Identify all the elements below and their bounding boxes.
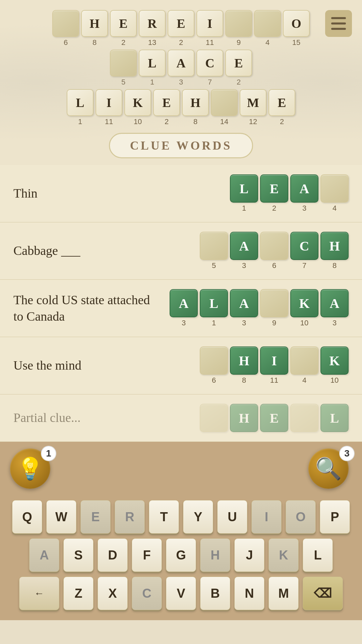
menu-button[interactable] — [325, 10, 352, 37]
answer-tile — [290, 346, 318, 375]
puzzle-tile: L — [139, 50, 166, 76]
tile-num: 3 — [242, 319, 246, 327]
clue-row-4: Use the mind 6 H 8 I 11 4 K 10 — [0, 337, 362, 394]
key-y[interactable]: Y — [183, 500, 213, 534]
clue-tile: A 3 — [230, 232, 258, 270]
key-i[interactable]: I — [251, 500, 282, 534]
clue-tile: 4 — [320, 174, 349, 213]
key-s[interactable]: S — [63, 538, 94, 572]
tile-num: 4 — [333, 204, 337, 213]
key-n[interactable]: N — [234, 577, 264, 610]
key-backspace[interactable]: ⌫ — [303, 577, 343, 610]
key-d[interactable]: D — [98, 538, 128, 572]
clue-tile: A 3 — [290, 174, 318, 213]
tile-num: 3 — [182, 319, 186, 327]
tile-num: 6 — [272, 261, 276, 270]
puzzle-tile: E — [110, 10, 137, 37]
puzzle-tile: H — [81, 10, 108, 37]
key-e[interactable]: E — [80, 500, 111, 534]
tile-container: M 12 — [240, 89, 266, 126]
clue-tile: 4 — [290, 346, 318, 385]
tile-container: C 7 — [196, 50, 223, 87]
puzzle-row-1: 6 H 8 E 2 R 13 E 2 I 11 9 4 — [7, 10, 355, 47]
key-v[interactable]: V — [166, 577, 196, 610]
reveal-powerup[interactable]: 🔍 3 — [308, 448, 352, 492]
tile-num: 7 — [302, 261, 306, 270]
tile-container: K 10 — [124, 89, 151, 126]
clue-tile: 9 — [260, 289, 288, 327]
key-m[interactable]: M — [268, 577, 299, 610]
key-j[interactable]: J — [234, 538, 264, 572]
key-w[interactable]: W — [46, 500, 76, 534]
puzzle-area: 6 H 8 E 2 R 13 E 2 I 11 9 4 — [0, 0, 362, 165]
tile-num: 15 — [292, 38, 300, 47]
clue-tiles-1: L 1 E 2 A 3 4 — [230, 174, 349, 213]
tile-num: 10 — [300, 319, 308, 327]
answer-tile — [320, 174, 349, 203]
tile-container: 9 — [225, 10, 252, 47]
key-x[interactable]: X — [98, 577, 128, 610]
tile-container: E 2 — [153, 89, 180, 126]
answer-tile: L — [320, 404, 349, 432]
clue-tile: K 10 — [290, 289, 318, 327]
tile-num: 1 — [150, 78, 154, 87]
reveal-badge: 3 — [339, 446, 355, 461]
clue-tile: K 10 — [320, 346, 349, 385]
key-k[interactable]: K — [268, 538, 299, 572]
key-o[interactable]: O — [286, 500, 316, 534]
puzzle-tile: A — [168, 50, 194, 76]
puzzle-tile: E — [153, 89, 180, 116]
tile-container: 5 — [110, 50, 137, 87]
answer-tile — [200, 404, 228, 432]
puzzle-tile: R — [139, 10, 166, 37]
key-r[interactable]: R — [115, 500, 145, 534]
key-p[interactable]: P — [320, 500, 350, 534]
clue-tile — [200, 404, 228, 432]
key-back-arrow[interactable]: ← — [19, 577, 59, 610]
tile-num: 11 — [270, 376, 278, 385]
key-q[interactable]: Q — [12, 500, 42, 534]
answer-tile — [200, 232, 228, 260]
tile-num: 3 — [333, 319, 337, 327]
hint-powerup[interactable]: 💡 1 — [10, 448, 54, 492]
answer-tile: A — [170, 289, 198, 317]
tile-num: 9 — [237, 38, 241, 47]
clue-tile: 6 — [260, 232, 288, 270]
clue-text-2: Cabbage ___ — [13, 243, 80, 259]
key-h[interactable]: H — [200, 538, 230, 572]
puzzle-tile: O — [283, 10, 310, 37]
key-f[interactable]: F — [132, 538, 162, 572]
key-c[interactable]: C — [132, 577, 162, 610]
answer-tile: K — [320, 346, 349, 375]
key-a[interactable]: A — [29, 538, 59, 572]
tile-container: R 13 — [139, 10, 166, 47]
key-t[interactable]: T — [149, 500, 179, 534]
keyboard-row-1: Q W E R T Y U I O P — [12, 500, 350, 534]
key-z[interactable]: Z — [63, 577, 94, 610]
clue-text-1: Thin — [13, 185, 38, 202]
tile-num: 6 — [212, 376, 216, 385]
clue-tile: A 3 — [320, 289, 349, 327]
tile-num: 8 — [93, 38, 97, 47]
key-u[interactable]: U — [217, 500, 247, 534]
key-g[interactable]: G — [166, 538, 196, 572]
clue-row-2: Cabbage ___ 5 A 3 6 C 7 H 8 — [0, 222, 362, 280]
clue-tiles-partial: H E L — [200, 404, 349, 432]
tile-container: O 15 — [283, 10, 310, 47]
clue-text-3: The cold US state attached to Canada — [13, 292, 158, 325]
answer-tile: I — [260, 346, 288, 375]
key-b[interactable]: B — [200, 577, 230, 610]
tile-container: E 2 — [168, 10, 194, 47]
puzzle-row-2: 5 L 1 A 3 C 7 E 2 — [7, 50, 355, 87]
tile-num: 3 — [302, 204, 306, 213]
tile-container: E 2 — [225, 50, 252, 87]
key-l[interactable]: L — [303, 538, 333, 572]
answer-tile: E — [260, 174, 288, 203]
tile-container: 4 — [254, 10, 281, 47]
clue-tile: H 8 — [320, 232, 349, 270]
clue-tile: L 1 — [230, 174, 258, 213]
tile-container: I 11 — [96, 89, 122, 126]
tile-num: 4 — [265, 38, 269, 47]
tile-num: 5 — [212, 261, 216, 270]
tile-num: 2 — [165, 117, 169, 126]
